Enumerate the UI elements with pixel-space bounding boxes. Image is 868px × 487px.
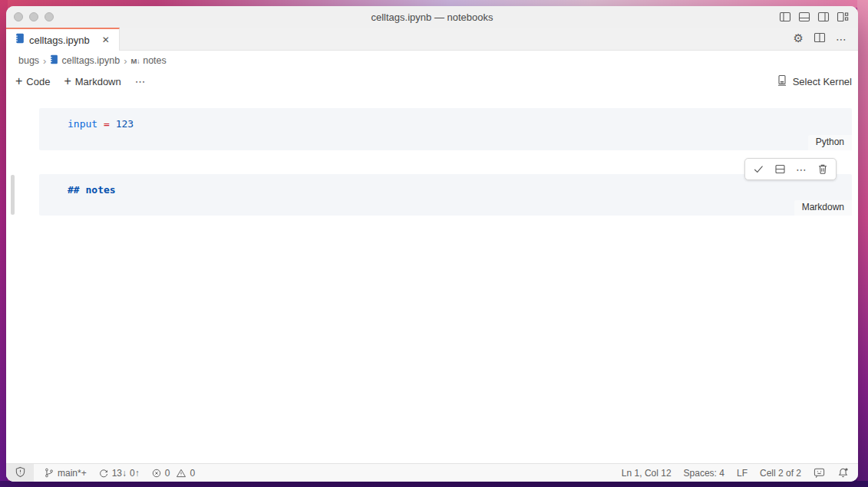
language-picker-markdown[interactable]: Markdown xyxy=(794,200,852,216)
breadcrumb-file-label: celltags.ipynb xyxy=(61,55,120,66)
git-branch-status[interactable]: main*+ xyxy=(44,467,87,479)
chevron-right-icon: › xyxy=(43,55,46,67)
markdown-source: ## notes xyxy=(39,174,852,196)
notebook-file-icon xyxy=(15,33,25,47)
problems-status[interactable]: 0 0 xyxy=(151,468,195,479)
breadcrumb-item-symbol[interactable]: M↓ notes xyxy=(131,55,167,66)
select-kernel-button[interactable]: Select Kernel xyxy=(776,74,852,89)
zoom-window-button[interactable] xyxy=(45,12,54,21)
error-count: 0 xyxy=(165,468,170,479)
markdown-cell[interactable]: ## notes Markdown xyxy=(39,174,852,216)
window-title: celltags.ipynb — notebooks xyxy=(6,12,858,23)
markdown-symbol-icon: M↓ xyxy=(131,57,140,65)
editor-actions: ⚙ ⋯ xyxy=(794,28,858,50)
warning-count: 0 xyxy=(190,468,195,479)
select-kernel-label: Select Kernel xyxy=(793,76,852,87)
close-window-button[interactable] xyxy=(14,12,23,21)
notebook-more-actions-icon[interactable]: ⋯ xyxy=(135,75,147,87)
sync-outgoing: 0↑ xyxy=(130,468,140,479)
add-markdown-label: Markdown xyxy=(75,76,121,87)
cell-more-actions-icon[interactable]: ⋯ xyxy=(796,163,807,176)
code-token-operator: = xyxy=(104,118,110,130)
toggle-primary-sidebar-icon[interactable] xyxy=(779,11,791,23)
toggle-panel-icon[interactable] xyxy=(798,11,810,23)
add-code-cell-button[interactable]: + Code xyxy=(15,75,50,87)
cell-focus-indicator xyxy=(11,175,15,215)
breadcrumb-item-folder[interactable]: bugs xyxy=(18,55,39,66)
plus-icon: + xyxy=(15,75,22,87)
split-editor-icon[interactable] xyxy=(814,31,826,47)
cell-hover-toolbar: ⋯ xyxy=(744,158,837,180)
split-cell-icon[interactable] xyxy=(774,163,786,175)
titlebar: celltags.ipynb — notebooks xyxy=(6,6,858,28)
cursor-position-status[interactable]: Ln 1, Col 12 xyxy=(622,468,672,479)
customize-layout-icon[interactable] xyxy=(837,11,849,23)
tab-label: celltags.ipynb xyxy=(29,35,90,46)
status-bar: main*+ 13↓ 0↑ 0 0 Ln 1, Col 12 Spaces: 4… xyxy=(6,463,858,482)
notifications-bell-icon[interactable] xyxy=(837,467,849,479)
notebook-toolbar: + Code + Markdown ⋯ Select Kernel xyxy=(6,71,858,92)
add-code-label: Code xyxy=(26,76,50,87)
code-token-number: 123 xyxy=(116,118,134,130)
chevron-right-icon: › xyxy=(124,55,127,67)
breadcrumb-symbol-label: notes xyxy=(143,55,167,66)
sync-incoming: 13↓ xyxy=(112,468,127,479)
traffic-lights xyxy=(6,12,54,21)
code-line: input = 123 xyxy=(39,108,852,130)
notebook-editor: input = 123 Python ## notes Markdown ⋯ xyxy=(6,92,858,463)
cell-position-status[interactable]: Cell 2 of 2 xyxy=(760,468,801,479)
desktop-wallpaper-right xyxy=(857,0,868,487)
add-markdown-cell-button[interactable]: + Markdown xyxy=(64,75,120,87)
gear-icon[interactable]: ⚙ xyxy=(794,33,804,44)
close-tab-icon[interactable]: ✕ xyxy=(101,35,111,45)
workspace-trust-button[interactable] xyxy=(6,464,34,482)
indentation-status[interactable]: Spaces: 4 xyxy=(684,468,724,479)
git-sync-status[interactable]: 13↓ 0↑ xyxy=(98,468,140,479)
code-cell[interactable]: input = 123 Python xyxy=(39,108,852,150)
shield-icon xyxy=(15,466,26,480)
plus-icon: + xyxy=(64,75,71,87)
tab-bar: celltags.ipynb ✕ ⚙ ⋯ xyxy=(6,28,858,51)
minimize-window-button[interactable] xyxy=(29,12,38,21)
notebook-file-icon xyxy=(50,54,58,67)
vscode-window: celltags.ipynb — notebooks celltags.ipyn… xyxy=(6,6,858,482)
breadcrumb: bugs › celltags.ipynb › M↓ notes xyxy=(6,51,858,71)
delete-cell-icon[interactable] xyxy=(817,163,828,175)
code-token-name: input xyxy=(68,118,97,130)
tab-celltags-ipynb[interactable]: celltags.ipynb ✕ xyxy=(6,28,120,51)
feedback-icon[interactable] xyxy=(814,467,825,479)
layout-controls xyxy=(779,11,858,23)
desktop-wallpaper-bottom xyxy=(0,481,868,487)
statusbar-left: main*+ 13↓ 0↑ 0 0 xyxy=(34,467,195,479)
eol-status[interactable]: LF xyxy=(737,468,748,479)
more-actions-icon[interactable]: ⋯ xyxy=(836,33,847,45)
branch-label: main*+ xyxy=(58,468,87,479)
language-picker-python[interactable]: Python xyxy=(808,135,852,150)
toggle-secondary-sidebar-icon[interactable] xyxy=(817,11,830,23)
statusbar-right: Ln 1, Col 12 Spaces: 4 LF Cell 2 of 2 xyxy=(622,467,858,479)
kernel-icon xyxy=(776,74,788,89)
breadcrumb-item-file[interactable]: celltags.ipynb xyxy=(50,54,120,67)
stop-editing-cell-icon[interactable] xyxy=(753,163,764,175)
